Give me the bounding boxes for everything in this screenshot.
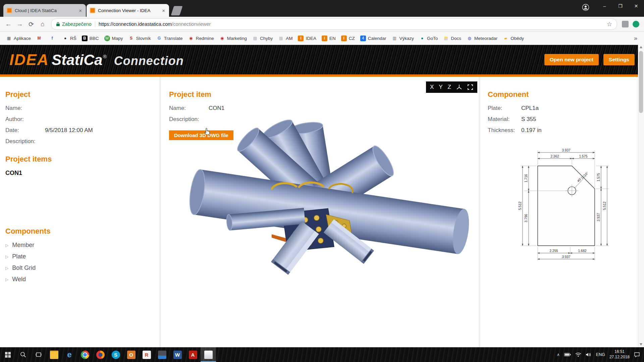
- dim-top-left: 2.362: [550, 155, 559, 158]
- taskbar-app-browser[interactable]: [93, 347, 108, 362]
- volume-icon[interactable]: [586, 352, 592, 357]
- fullscreen-icon[interactable]: [467, 84, 473, 90]
- scroll-down-icon[interactable]: [640, 343, 642, 346]
- open-new-project-button[interactable]: Open new project: [544, 54, 599, 65]
- page-scrollbar[interactable]: [638, 44, 644, 347]
- logo-connection: Connection: [114, 54, 184, 68]
- project-author-field: Author:: [5, 116, 159, 123]
- axonometry-icon[interactable]: [456, 84, 462, 90]
- expand-arrow-icon[interactable]: ▷: [5, 243, 8, 248]
- home-button[interactable]: ⌂: [37, 18, 48, 30]
- taskbar-app-outlook[interactable]: O: [123, 347, 139, 362]
- bookmark-rs[interactable]: ●RŠ: [60, 35, 79, 42]
- taskbar-clock[interactable]: 16:51 27.12.2018: [609, 349, 630, 360]
- back-button[interactable]: ←: [3, 18, 14, 30]
- dim-right-lower: 3.937: [597, 213, 600, 221]
- task-view-icon: [36, 352, 42, 357]
- address-bar[interactable]: Zabezpečeno https://connection.ideastati…: [51, 18, 617, 30]
- tray-chevron-icon[interactable]: ∧: [557, 352, 560, 357]
- bookmark-mapy[interactable]: MMapy: [102, 35, 126, 42]
- bookmark-slovnik[interactable]: SSlovník: [126, 35, 154, 42]
- taskbar-app-explorer[interactable]: [46, 347, 62, 362]
- bookmark-am[interactable]: ▤AM: [275, 35, 295, 42]
- bookmark-calendar[interactable]: 4Calendar: [358, 35, 389, 42]
- wifi-icon[interactable]: [575, 352, 581, 357]
- view-y-button[interactable]: Y: [439, 84, 442, 90]
- window-maximize-button[interactable]: ❐: [612, 0, 628, 12]
- component-weld[interactable]: ▷Weld: [5, 276, 159, 283]
- forward-button[interactable]: →: [14, 18, 25, 30]
- window-close-button[interactable]: ✕: [628, 0, 644, 12]
- logo-statica: StatiCa: [52, 52, 103, 68]
- component-thickness-field: Thickness:0.197 in: [488, 127, 644, 134]
- bookmark-en[interactable]: IEN: [319, 35, 338, 42]
- logo-registered-mark: ®: [103, 54, 107, 59]
- component-plate[interactable]: ▷Plate: [5, 253, 159, 260]
- taskbar-search-button[interactable]: [15, 347, 31, 362]
- file-explorer-icon: [50, 351, 58, 359]
- component-member[interactable]: ▷Member: [5, 242, 159, 249]
- taskbar-app-active-window[interactable]: [201, 347, 216, 362]
- expand-arrow-icon[interactable]: ▷: [5, 277, 8, 282]
- bookmark-obedy[interactable]: ▰Obědy: [500, 35, 527, 42]
- bookmark-facebook[interactable]: f: [47, 35, 60, 42]
- gmail-icon: M: [36, 36, 42, 41]
- bookmark-translate[interactable]: GTranslate: [154, 35, 185, 42]
- taskbar-app-acrobat[interactable]: A: [185, 347, 201, 362]
- page-content: Project Name: Author: Date:9/5/2018 12:0…: [0, 77, 644, 350]
- screen: Cloud | IDEA StatiCa × Connection Viewer…: [0, 0, 644, 362]
- bookmark-marketing[interactable]: ◉Marketing: [217, 35, 250, 42]
- bookmark-star-icon[interactable]: ☆: [607, 20, 612, 28]
- project-item-con1[interactable]: CON1: [5, 170, 159, 177]
- bookmark-goto[interactable]: ●GoTo: [417, 35, 440, 42]
- bookmark-redmine[interactable]: ◉Redmine: [185, 35, 217, 42]
- expand-arrow-icon[interactable]: ▷: [5, 254, 8, 259]
- tab-cloud-idea-statica[interactable]: Cloud | IDEA StatiCa ×: [3, 4, 86, 17]
- bookmark-idea[interactable]: IIDEA: [295, 35, 319, 42]
- view-x-button[interactable]: X: [430, 84, 434, 90]
- bookmark-cz[interactable]: ICZ: [338, 35, 358, 42]
- tab-close-icon[interactable]: ×: [78, 8, 83, 13]
- lock-icon: [56, 22, 60, 26]
- taskbar-app-code[interactable]: [154, 347, 170, 362]
- secure-indicator[interactable]: Zabezpečeno: [56, 21, 92, 27]
- slovnik-icon: S: [128, 36, 134, 41]
- bookmark-aplikace[interactable]: ▦Aplikace: [3, 35, 34, 42]
- extension-icon-2[interactable]: [633, 21, 639, 27]
- bookmark-gmail[interactable]: M: [34, 35, 47, 42]
- battery-icon[interactable]: [564, 353, 571, 357]
- scrollbar-thumb[interactable]: [639, 51, 643, 113]
- new-tab-button[interactable]: [171, 6, 182, 15]
- taskbar-app-redmine[interactable]: R: [139, 347, 154, 362]
- scroll-up-icon[interactable]: [640, 46, 642, 48]
- settings-button[interactable]: Settings: [603, 54, 635, 65]
- bookmark-docs[interactable]: ▤Docs: [440, 35, 464, 42]
- browser-icon: [96, 351, 105, 359]
- bookmarks-overflow-icon[interactable]: »: [631, 35, 641, 42]
- tab-close-icon[interactable]: ×: [161, 8, 166, 13]
- 3d-connection-viewport[interactable]: [171, 115, 480, 303]
- reload-button[interactable]: ⟳: [25, 18, 37, 30]
- bookmark-bbc[interactable]: BBBC: [79, 35, 102, 42]
- taskbar-app-word[interactable]: W: [170, 347, 185, 362]
- window-minimize-button[interactable]: –: [597, 0, 612, 12]
- taskbar-app-edge[interactable]: e: [62, 347, 77, 362]
- tab-connection-viewer[interactable]: Connection Viewer - IDEA ×: [87, 4, 169, 17]
- bookmark-vykazy[interactable]: ▥Výkazy: [389, 35, 417, 42]
- view-z-button[interactable]: Z: [448, 84, 451, 90]
- profile-icon[interactable]: [579, 0, 597, 15]
- extension-icon-1[interactable]: [622, 21, 629, 27]
- taskbar-app-chrome[interactable]: [77, 347, 93, 362]
- notification-center-icon[interactable]: [634, 352, 640, 357]
- expand-arrow-icon[interactable]: ▷: [5, 266, 8, 270]
- chrome-icon: [81, 351, 89, 359]
- dim-bottom-left: 2.255: [549, 249, 558, 253]
- bookmark-chyby[interactable]: ▤Chyby: [250, 35, 275, 42]
- start-button[interactable]: [0, 347, 15, 362]
- component-bolt-grid[interactable]: ▷Bolt Grid: [5, 264, 159, 272]
- task-view-button[interactable]: [31, 347, 46, 362]
- language-indicator[interactable]: ENG: [596, 352, 605, 357]
- project-items-title: Project items: [5, 155, 159, 164]
- bookmark-meteoradar[interactable]: ◍Meteoradar: [464, 35, 500, 42]
- taskbar-app-skype[interactable]: S: [108, 347, 123, 362]
